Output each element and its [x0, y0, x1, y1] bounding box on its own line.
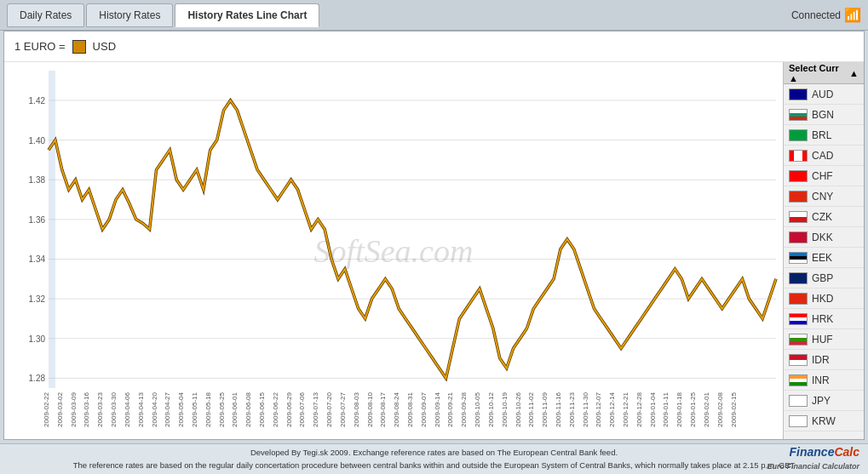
flag-dkk: [789, 231, 808, 243]
flag-jpy: [789, 395, 808, 407]
wifi-icon: 📶: [844, 7, 861, 23]
tab-daily-rates[interactable]: Daily Rates: [7, 3, 84, 27]
currency-item-eek[interactable]: EEK: [784, 248, 864, 268]
currency-item-dkk[interactable]: DKK: [784, 227, 864, 248]
flag-idr: [789, 354, 808, 366]
currency-code-label: JPY: [812, 395, 831, 407]
currency-item-brl[interactable]: BRL: [784, 125, 864, 146]
currency-item-gbp[interactable]: GBP: [784, 268, 864, 288]
currency-item-huf[interactable]: HUF: [784, 329, 864, 350]
flag-aud: [789, 89, 808, 100]
flag-chf: [789, 170, 808, 182]
scroll-up-icon[interactable]: ▲: [849, 68, 859, 78]
currency-item-chf[interactable]: CHF: [784, 166, 864, 186]
footer: Developed By Tegi.sk 2009. Exchange refe…: [0, 443, 868, 474]
flag-hkd: [789, 293, 808, 305]
currency-code-label: KRW: [812, 415, 836, 427]
currency-code-label: CHF: [812, 170, 833, 182]
base-label: 1 EURO =: [14, 40, 66, 53]
app-container: Daily Rates History Rates History Rates …: [0, 0, 868, 474]
flag-eek: [789, 252, 808, 264]
currency-header: 1 EURO = USD: [4, 31, 864, 62]
currency-code-label: IDR: [812, 354, 830, 366]
connected-label: Connected: [791, 9, 841, 21]
tab-history-line-chart[interactable]: History Rates Line Chart: [175, 3, 319, 27]
flag-krw: [789, 415, 808, 427]
currency-code-label: INR: [812, 374, 830, 386]
currency-code-label: CAD: [812, 150, 833, 162]
connected-status: Connected 📶: [791, 7, 861, 23]
currency-color-box: [72, 40, 86, 54]
chart-wrapper: SoftSea.com: [4, 62, 783, 439]
currency-item-hrk[interactable]: HRK: [784, 309, 864, 329]
currency-item-cad[interactable]: CAD: [784, 146, 864, 166]
currency-code-label: GBP: [812, 272, 833, 284]
currency-code-label: CNY: [812, 191, 833, 203]
currency-item-jpy[interactable]: JPY: [784, 391, 864, 411]
currency-item-czk[interactable]: CZK: [784, 207, 864, 227]
line-chart-canvas: [4, 62, 783, 439]
flag-cad: [789, 150, 808, 162]
footer-line1: Developed By Tegi.sk 2009. Exchange refe…: [7, 447, 861, 459]
flag-hrk: [789, 313, 808, 325]
sidebar-header: Select Curr ▲ ▲: [784, 62, 864, 84]
currency-code-label: EEK: [812, 252, 832, 264]
top-bar: Daily Rates History Rates History Rates …: [0, 0, 868, 31]
flag-brl: [789, 129, 808, 141]
sidebar-header-label: Select Curr ▲: [789, 63, 849, 83]
currency-code-label: HKD: [812, 293, 833, 305]
currency-code-label: HRK: [812, 313, 833, 325]
currency-item-idr[interactable]: IDR: [784, 350, 864, 370]
currency-item-krw[interactable]: KRW: [784, 411, 864, 431]
flag-cny: [789, 191, 808, 203]
footer-logo-line2: Euro Financial Calculator: [767, 461, 859, 473]
currency-code-label: DKK: [812, 231, 833, 243]
flag-huf: [789, 334, 808, 346]
currency-code-label: AUD: [812, 89, 833, 100]
sidebar-scroll[interactable]: AUDBGNBRLCADCHFCNYCZKDKKEEKGBPHKDHRKHUFI…: [784, 84, 864, 439]
currency-sidebar: Select Curr ▲ ▲ AUDBGNBRLCADCHFCNYCZKDKK…: [783, 62, 864, 439]
footer-line2: The reference rates are based on the reg…: [7, 460, 861, 471]
main-content: 1 EURO = USD SoftSea.com Select Curr ▲ ▲…: [3, 31, 865, 440]
tab-history-rates[interactable]: History Rates: [86, 3, 173, 27]
footer-logo-line1: FinanceCalc: [767, 443, 859, 461]
flag-inr: [789, 374, 808, 386]
currency-list: AUDBGNBRLCADCHFCNYCZKDKKEEKGBPHKDHRKHUFI…: [784, 84, 864, 431]
currency-item-bgn[interactable]: BGN: [784, 105, 864, 125]
currency-item-aud[interactable]: AUD: [784, 84, 864, 105]
flag-bgn: [789, 109, 808, 121]
currency-code: USD: [93, 40, 116, 53]
flag-czk: [789, 211, 808, 223]
chart-area: SoftSea.com Select Curr ▲ ▲ AUDBGNBRLCAD…: [4, 62, 864, 439]
flag-gbp: [789, 272, 808, 284]
currency-code-label: BRL: [812, 129, 831, 141]
currency-code-label: BGN: [812, 109, 834, 121]
currency-code-label: CZK: [812, 211, 832, 223]
currency-item-hkd[interactable]: HKD: [784, 288, 864, 309]
currency-code-label: HUF: [812, 334, 833, 346]
currency-item-inr[interactable]: INR: [784, 370, 864, 391]
footer-logo: FinanceCalc Euro Financial Calculator: [767, 443, 859, 473]
currency-item-cny[interactable]: CNY: [784, 186, 864, 207]
